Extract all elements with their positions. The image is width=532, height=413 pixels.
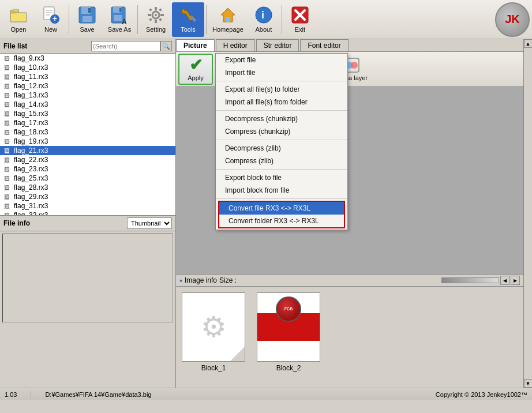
saveas-button[interactable]: A Save As — [103, 2, 136, 37]
list-item[interactable]: 🖼flag_13.rx3 — [0, 91, 175, 100]
open-button[interactable]: Open — [2, 2, 35, 37]
dd-import-file[interactable]: Import file — [216, 66, 347, 79]
setting-button[interactable]: Setting — [140, 2, 172, 37]
saveas-icon: A — [110, 6, 129, 24]
checkmark-icon: ✔ — [188, 57, 204, 73]
separator2 — [137, 5, 138, 34]
file-icon: 🖼 — [2, 164, 12, 174]
separator3 — [206, 5, 207, 34]
file-icon: 🖼 — [2, 146, 12, 155]
new-button[interactable]: + New — [35, 2, 67, 37]
list-item[interactable]: 🖼flag_23.rx3 — [0, 164, 175, 174]
status-sep1 — [31, 391, 31, 399]
homepage-button[interactable]: Homepage — [208, 2, 248, 37]
dd-export-file[interactable]: Export file — [216, 54, 347, 66]
file-icon: 🖼 — [2, 54, 12, 63]
list-item[interactable]: 🖼flag_19.rx3 — [0, 137, 175, 146]
tab-font-editor[interactable]: Font editor — [300, 39, 348, 51]
thumbnail-select[interactable]: Thumbnail — [127, 217, 172, 229]
svg-text:A: A — [122, 18, 127, 24]
svg-rect-24 — [160, 14, 164, 16]
search-input[interactable] — [91, 41, 160, 51]
copyright-label: Copyright © 2013 Jenkey1002™ — [436, 391, 527, 398]
list-item[interactable]: 🖼flag_32.rx3 — [0, 211, 175, 215]
scroll-right-btn[interactable]: ▶ — [511, 276, 520, 285]
version-label: 1.03 — [5, 391, 17, 398]
open-icon — [9, 6, 28, 24]
scroll-up-arrow[interactable]: ▲ — [524, 39, 533, 48]
svg-rect-23 — [148, 14, 151, 16]
tools-button[interactable]: Tools — [172, 2, 204, 37]
file-info-header: File info Thumbnail — [0, 216, 175, 231]
exit-icon — [291, 6, 309, 24]
save-button[interactable]: Save — [71, 2, 103, 37]
thumbnail-block2[interactable]: FCB Block_2 — [257, 292, 320, 372]
dd-compress-zlib[interactable]: Compress (zlib) — [216, 155, 347, 167]
file-icon: 🖼 — [2, 91, 12, 100]
list-item[interactable]: 🖼flag_12.rx3 — [0, 81, 175, 91]
scroll-down-arrow[interactable]: ▼ — [524, 379, 533, 388]
toolbar: Open + New Save — [0, 0, 532, 39]
dd-decompress-chunk[interactable]: Decompress (chunkzip) — [216, 112, 347, 125]
list-item[interactable]: 🖼flag_10.rx3 — [0, 63, 175, 72]
file-info-panel: File info Thumbnail — [0, 215, 175, 325]
file-list[interactable]: 🖼flag_9.rx3🖼flag_10.rx3🖼flag_11.rx3🖼flag… — [0, 54, 175, 215]
file-icon: 🖼 — [2, 63, 12, 72]
svg-rect-16 — [114, 15, 122, 21]
file-icon: 🖼 — [2, 118, 12, 127]
dd-sep4 — [216, 169, 347, 170]
dd-export-block[interactable]: Export block to file — [216, 171, 347, 184]
dd-decompress-zlib[interactable]: Decompress (zlib) — [216, 142, 347, 155]
tools-dropdown-menu: Export file Import file Export all file(… — [215, 53, 348, 230]
svg-rect-31 — [226, 17, 230, 22]
block2-image: FCB — [257, 292, 320, 362]
about-button[interactable]: i About — [248, 2, 280, 37]
thumbnail-block1[interactable]: ⚙ Block_1 — [182, 292, 245, 372]
list-item[interactable]: 🖼flag_21.rx3 — [0, 146, 175, 155]
tab-h-editor[interactable]: H editor — [216, 39, 255, 51]
block1-label: Block_1 — [201, 364, 226, 372]
dd-import-block[interactable]: Import block from file — [216, 184, 347, 197]
list-item[interactable]: 🖼flag_17.rx3 — [0, 118, 175, 127]
svg-text:i: i — [261, 9, 264, 21]
search-box: 🔍 — [91, 41, 172, 51]
dd-export-all[interactable]: Export all file(s) to folder — [216, 83, 347, 96]
homepage-icon — [219, 6, 237, 24]
svg-rect-27 — [149, 18, 152, 21]
tabs: Picture H editor Str editor Font editor — [176, 39, 523, 52]
tab-str-editor[interactable]: Str editor — [256, 39, 299, 51]
list-item[interactable]: 🖼flag_15.rx3 — [0, 109, 175, 118]
dd-sep2 — [216, 110, 347, 111]
svg-rect-25 — [149, 8, 152, 12]
dd-compress-chunk[interactable]: Compress (chunkzip) — [216, 125, 347, 138]
dd-convert-file[interactable]: Convert file RX3 <-> RX3L — [219, 202, 344, 215]
block1-image: ⚙ — [182, 292, 245, 362]
dd-convert-folder[interactable]: Convert folder RX3 <-> RX3L — [219, 215, 344, 227]
file-icon: 🖼 — [2, 100, 12, 109]
dd-sep3 — [216, 140, 347, 140]
search-button[interactable]: 🔍 — [160, 41, 172, 51]
svg-rect-28 — [159, 18, 162, 21]
file-icon: 🖼 — [2, 211, 12, 215]
svg-rect-22 — [155, 20, 157, 23]
list-item[interactable]: 🖼flag_9.rx3 — [0, 54, 175, 63]
list-item[interactable]: 🖼flag_18.rx3 — [0, 127, 175, 137]
list-item[interactable]: 🖼flag_14.rx3 — [0, 100, 175, 109]
file-icon: 🖼 — [2, 183, 12, 192]
scroll-left-btn[interactable]: ◀ — [500, 276, 509, 285]
list-item[interactable]: 🖼flag_11.rx3 — [0, 72, 175, 81]
apply-button[interactable]: ✔ Apply — [178, 54, 213, 85]
dd-import-all[interactable]: Import all file(s) from folder — [216, 96, 347, 108]
block2-label: Block_2 — [276, 364, 301, 372]
list-item[interactable]: 🖼flag_31.rx3 — [0, 201, 175, 211]
file-info-content — [2, 234, 173, 322]
exit-button[interactable]: Exit — [284, 2, 316, 37]
image-info-bar: ▪ Image info Size : ◀ ▶ — [176, 274, 523, 287]
list-item[interactable]: 🖼flag_25.rx3 — [0, 174, 175, 183]
tab-picture[interactable]: Picture — [176, 39, 215, 51]
list-item[interactable]: 🖼flag_29.rx3 — [0, 192, 175, 201]
file-icon: 🖼 — [2, 137, 12, 146]
list-item[interactable]: 🖼flag_22.rx3 — [0, 155, 175, 164]
file-list-header: File list 🔍 — [0, 39, 175, 54]
list-item[interactable]: 🖼flag_28.rx3 — [0, 183, 175, 192]
